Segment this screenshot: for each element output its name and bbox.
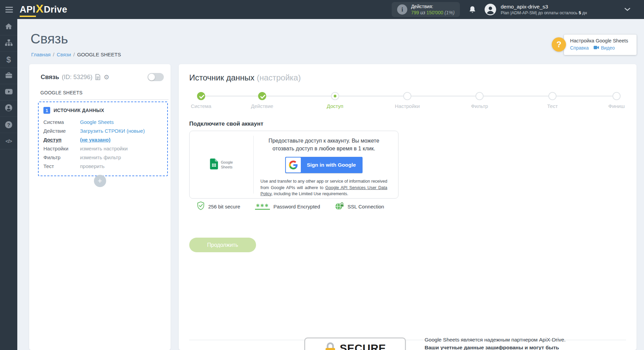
add-step-button[interactable]: +: [94, 175, 106, 187]
app-root: API X Drive i Действия: 799 из 150'000 (…: [0, 0, 644, 350]
help-question-bubble[interactable]: ?: [552, 37, 566, 52]
password-asterisks-icon: ✱✱✱: [255, 203, 270, 210]
help-box-title: Настройка Google Sheets: [570, 38, 633, 43]
filter-value[interactable]: изменить фильтр: [80, 154, 121, 160]
gear-icon[interactable]: ⚙: [103, 74, 109, 80]
secure-badge-text: SECURE: [340, 342, 386, 350]
step-filter[interactable]: Фильтр: [454, 92, 505, 109]
step-action[interactable]: Действие: [237, 92, 288, 109]
sidebar-item-api[interactable]: </>: [0, 133, 17, 149]
user-avatar[interactable]: [484, 3, 496, 16]
source-row-test: Тест проверить: [43, 162, 162, 171]
connect-account-heading: Подключите свой аккаунт: [189, 121, 264, 127]
google-api-disclaimer: Use and transfer to any other app or ser…: [260, 178, 387, 197]
test-value[interactable]: проверить: [80, 163, 104, 169]
connection-id: (ID: 53296): [62, 74, 92, 81]
step-finish[interactable]: Финиш: [591, 92, 637, 109]
partner-note: Google Sheets является надежным партнеро…: [425, 336, 566, 350]
data-source-box[interactable]: 1 ИСТОЧНИК ДАННЫХ Система Google Sheets …: [38, 102, 168, 176]
continue-button[interactable]: Продолжить: [189, 238, 256, 252]
step-system[interactable]: Система: [179, 92, 227, 109]
actions-value: 799 из 150'000 (1%): [411, 10, 454, 16]
connection-enable-toggle[interactable]: [148, 73, 164, 81]
action-value-link[interactable]: Загрузить СТРОКИ (новые): [80, 128, 145, 134]
step-access[interactable]: Доступ: [310, 92, 360, 109]
sidebar-item-home[interactable]: [0, 19, 17, 35]
person-icon: [5, 104, 13, 113]
step-settings[interactable]: Настройки: [382, 92, 433, 109]
dollar-icon: $: [6, 55, 11, 65]
source-row-settings: Настройки изменить настройки: [43, 144, 162, 153]
connection-title: Связь: [41, 74, 59, 81]
source-box-title: ИСТОЧНИК ДАННЫХ: [54, 108, 104, 113]
youtube-icon: [5, 89, 13, 96]
sitemap-icon: [5, 39, 13, 48]
ssl-globe-lock-icon: [335, 202, 344, 211]
briefcase-icon: [5, 72, 13, 80]
breadcrumb-current: GOOGLE SHEETS: [77, 52, 121, 57]
source-settings-panel: Источник данных (настройка) Система Дейс…: [179, 64, 637, 350]
logo-api: API: [20, 4, 36, 15]
step-todo-icon: [475, 92, 484, 100]
step-todo-icon: [612, 92, 621, 100]
connection-panel: Связь (ID: 53296) ⚙ GOOGLE SHEETS 1 ИСТО…: [29, 64, 171, 350]
progress-steps: Система Действие Доступ Настройки Фильтр: [179, 92, 637, 116]
shield-check-icon: [197, 201, 205, 211]
security-badges: 256 bit secure ✱✱✱ Password Encrypted SS…: [197, 201, 384, 211]
logo-drive: Drive: [44, 4, 67, 15]
actions-counter[interactable]: i Действия: 799 из 150'000 (1%): [392, 2, 460, 17]
sign-in-with-google-button[interactable]: Sign in with Google: [285, 157, 363, 173]
service-name: Google Sheets: [221, 160, 233, 170]
google-g-icon: [286, 158, 301, 172]
step-todo-icon: [403, 92, 411, 100]
app-logo[interactable]: API X Drive: [20, 4, 67, 15]
notifications-bell-icon[interactable]: [469, 5, 476, 14]
question-icon: ?: [5, 121, 12, 128]
step-done-icon: [258, 92, 266, 100]
help-box: Настройка Google Sheets Справка Видео: [564, 35, 637, 55]
info-icon: i: [397, 4, 407, 15]
video-link[interactable]: Видео: [593, 45, 615, 51]
connection-service-label: GOOGLE SHEETS: [40, 90, 169, 100]
settings-value[interactable]: изменить настройки: [80, 146, 128, 151]
topbar: API X Drive i Действия: 799 из 150'000 (…: [0, 0, 644, 19]
badge-256-bit: 256 bit secure: [197, 201, 240, 211]
content-area: Связь Главная/Связи/GOOGLE SHEETS Настро…: [17, 19, 644, 350]
help-link[interactable]: Справка: [570, 45, 589, 51]
step-current-icon: [331, 92, 339, 100]
document-icon[interactable]: [95, 74, 100, 80]
system-value-link[interactable]: Google Sheets: [80, 119, 114, 125]
source-row-access: Доступ (не указано): [43, 135, 162, 144]
service-logo-block: Google Sheets: [190, 131, 253, 198]
chevron-down-icon[interactable]: [624, 8, 630, 11]
user-name: demo_apix-drive_s3: [501, 3, 587, 10]
logo-x: X: [36, 4, 44, 13]
breadcrumb-links[interactable]: Связи: [57, 52, 71, 57]
sidebar-item-connections[interactable]: [0, 35, 17, 52]
sidebar-item-services[interactable]: [0, 68, 17, 84]
sidebar-item-account[interactable]: [0, 100, 17, 117]
google-auth-card: Google Sheets Предоставьте доступ к акка…: [189, 131, 398, 199]
user-plan: Plan |ADM-AP-SM| до оплаты осталось 5 дн: [501, 11, 587, 16]
hamburger-menu-icon[interactable]: [5, 7, 14, 13]
user-menu[interactable]: demo_apix-drive_s3 Plan |ADM-AP-SM| до о…: [501, 3, 587, 16]
video-icon: [593, 45, 599, 51]
breadcrumb-home[interactable]: Главная: [31, 52, 51, 57]
step-test[interactable]: Тест: [527, 92, 578, 109]
badge-password-encrypted: ✱✱✱ Password Encrypted: [255, 203, 320, 210]
sidebar: $ ? </>: [0, 19, 17, 350]
breadcrumb: Главная/Связи/GOOGLE SHEETS: [31, 52, 121, 57]
code-icon: </>: [5, 138, 12, 144]
sidebar-item-billing[interactable]: $: [0, 52, 17, 68]
badge-ssl-connection: SSL Connection: [335, 202, 384, 211]
source-row-system: Система Google Sheets: [43, 118, 162, 127]
sidebar-item-help[interactable]: ?: [0, 117, 17, 133]
sidebar-item-youtube[interactable]: [0, 84, 17, 100]
secure-certificate-badge: SECURE: [304, 337, 406, 350]
access-value-link[interactable]: (не указано): [80, 137, 111, 143]
source-row-filter: Фильтр изменить фильтр: [43, 153, 162, 162]
step-todo-icon: [548, 92, 557, 100]
home-icon: [5, 23, 13, 31]
padlock-icon: [324, 342, 336, 350]
actions-label: Действия:: [411, 3, 454, 10]
